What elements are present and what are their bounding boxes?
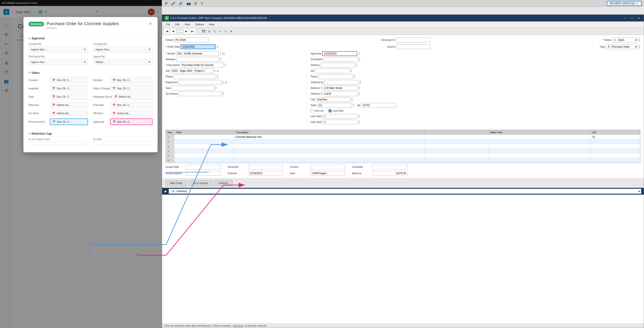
issued-date-input[interactable]	[186, 165, 221, 169]
equipment-arrows[interactable]: ▲▼	[222, 80, 224, 84]
returned-date-input[interactable]: 📅 Select da...	[50, 102, 88, 108]
user-def2-input[interactable]	[323, 120, 357, 125]
user-def1-input[interactable]	[323, 114, 357, 119]
equipment-icon[interactable]: ⊘	[224, 80, 227, 84]
volume-icon[interactable]: 🔊	[179, 1, 183, 5]
job-arrows[interactable]: ▲▼	[214, 69, 216, 73]
inventory-arrow-icon[interactable]: ▶	[164, 189, 167, 193]
nav-prev-button[interactable]: ◀	[170, 28, 176, 34]
created-date-input[interactable]: 📅 Dec 29, 2...	[50, 77, 88, 83]
delivery-input[interactable]	[320, 63, 355, 67]
order-date-input[interactable]	[180, 44, 216, 49]
hot-list-checkbox[interactable]	[310, 109, 314, 112]
order-date-arrows[interactable]: ▲▼	[216, 45, 218, 49]
sent-date-input[interactable]: 📅 Dec 29, 2...	[50, 94, 88, 100]
row-desc-5[interactable]	[234, 153, 424, 158]
delete-toolbar-icon[interactable]: ✂	[218, 29, 223, 34]
entered-input[interactable]	[248, 171, 283, 176]
menu-help[interactable]: Help	[207, 22, 216, 27]
modal-close-button[interactable]: ×	[148, 21, 152, 26]
tax-district-arrows[interactable]: ▲▼	[222, 92, 224, 96]
nav-first-button[interactable]: |◀	[164, 28, 170, 34]
type-select[interactable]: 5 - Purchase Order	[606, 44, 638, 49]
terms-input[interactable]	[318, 74, 353, 79]
scheduled-arrows[interactable]: ▲▼	[359, 57, 360, 61]
task-arrows[interactable]: ▲▼	[215, 86, 217, 90]
phase-arrows[interactable]: ▲▼	[217, 74, 219, 79]
user-def2-arrows[interactable]: ▲▼	[358, 120, 360, 124]
row-desc-4[interactable]	[234, 149, 424, 153]
phase-input[interactable]	[174, 74, 216, 79]
job-lookup-icon[interactable]: ⊘	[216, 69, 219, 73]
maximize-button[interactable]: □	[629, 15, 634, 21]
approval-section-header[interactable]: ▾ Approval	[28, 33, 152, 42]
pct-contract-input[interactable]	[28, 142, 88, 145]
retention-section-header[interactable]: ▾ Retention Cap	[28, 129, 152, 138]
vendor-input[interactable]	[176, 51, 219, 56]
approved-date-input[interactable]: 📅 Dec 29, 2...	[110, 119, 152, 125]
type-arrows[interactable]: ▲▼	[639, 45, 640, 49]
user-def1-arrows[interactable]: ▲▼	[358, 114, 360, 119]
state-input[interactable]	[317, 103, 352, 108]
row-desc-1[interactable]: Concrete Masonry Unit	[234, 135, 424, 139]
find-toolbar-icon[interactable]: 🔍	[212, 29, 217, 34]
document-num-input[interactable]	[396, 38, 430, 42]
goto-source-button[interactable]: Go to Source	[188, 180, 212, 186]
address2-arrows[interactable]: ▲▼	[358, 92, 360, 96]
canceled-input[interactable]	[372, 165, 408, 169]
attention-arrows[interactable]: ▲▼	[220, 57, 222, 61]
source-input[interactable]	[396, 44, 430, 49]
scheduled-input[interactable]	[324, 57, 358, 62]
revised-date-input[interactable]: 📅 Dec 29, 2...	[110, 77, 152, 83]
tax-district-input[interactable]	[179, 91, 222, 96]
approved-arrows[interactable]: ▲▼	[358, 51, 360, 56]
menu-options[interactable]: Options	[193, 22, 206, 27]
nav-last-button[interactable]: ▶|	[190, 28, 196, 34]
balance-input[interactable]	[372, 171, 408, 176]
monitor-icon[interactable]: 🖥	[164, 1, 168, 5]
equipment-input[interactable]	[178, 80, 221, 85]
delivery-arrows[interactable]: ▲▼	[356, 63, 358, 67]
state-arrows[interactable]: ▲▼	[353, 103, 354, 107]
menu-view[interactable]: View	[182, 22, 192, 27]
minimize-button[interactable]: ─	[622, 15, 628, 21]
new-order-button[interactable]: New Order	[166, 180, 187, 186]
dates-section-header[interactable]: ▾ Dates	[28, 68, 152, 77]
row-desc-6[interactable]	[234, 158, 424, 163]
task-input[interactable]	[172, 86, 214, 90]
executed-date-input[interactable]: 📅 Dec 29, 2...	[110, 102, 152, 108]
table-row[interactable]: 4	[166, 149, 640, 153]
row-unit-6[interactable]	[590, 158, 640, 163]
ordered-by-input[interactable]	[324, 80, 359, 85]
issued-batch-input[interactable]	[186, 171, 221, 176]
inventory-select[interactable]: 12 - Inventory	[169, 189, 641, 194]
nav-next-button[interactable]: ▶	[183, 28, 189, 34]
table-row[interactable]: 6	[166, 158, 640, 163]
table-row[interactable]: 1 Concrete Masonry Unit LS	[166, 135, 640, 139]
to-date-input[interactable]	[93, 142, 152, 145]
changed-by-select[interactable]: Agave San... ▾	[93, 46, 152, 52]
description-arrows[interactable]: ▲▼	[224, 63, 226, 67]
row-part-3[interactable]	[174, 144, 234, 149]
row-alpha-6[interactable]	[488, 158, 590, 163]
row-unit-5[interactable]	[590, 153, 640, 158]
terms-arrows[interactable]: ▲▼	[354, 74, 356, 79]
table-row[interactable]: 2	[166, 139, 640, 144]
purchased-by-select[interactable]: Agave San... ▾	[28, 59, 88, 65]
vendor-lookup-icon[interactable]: ⊘	[222, 52, 225, 56]
attach-toolbar-icon[interactable]: 📎	[223, 29, 228, 34]
row-alpha-3[interactable]	[488, 144, 590, 149]
job-input[interactable]	[170, 68, 213, 73]
save-toolbar-icon[interactable]: 💾	[201, 29, 206, 34]
approved-input[interactable]	[322, 51, 357, 56]
invoices-button[interactable]: Invoices	[214, 180, 232, 186]
more-toolbar-icon[interactable]: ⊞	[229, 29, 234, 34]
onsite-date-input[interactable]: 📅 Select da...	[50, 110, 88, 116]
signed-by-select[interactable]: Select... ▾	[93, 59, 152, 65]
awarded-date-input[interactable]: 📅 Dec 29, 2...	[50, 85, 88, 91]
address2-input[interactable]	[323, 91, 357, 96]
row-alpha-5[interactable]	[488, 153, 590, 158]
ordered-by-arrows[interactable]: ▲▼	[360, 80, 361, 84]
menu-file[interactable]: File	[164, 22, 172, 27]
row-unit-3[interactable]	[590, 144, 640, 149]
